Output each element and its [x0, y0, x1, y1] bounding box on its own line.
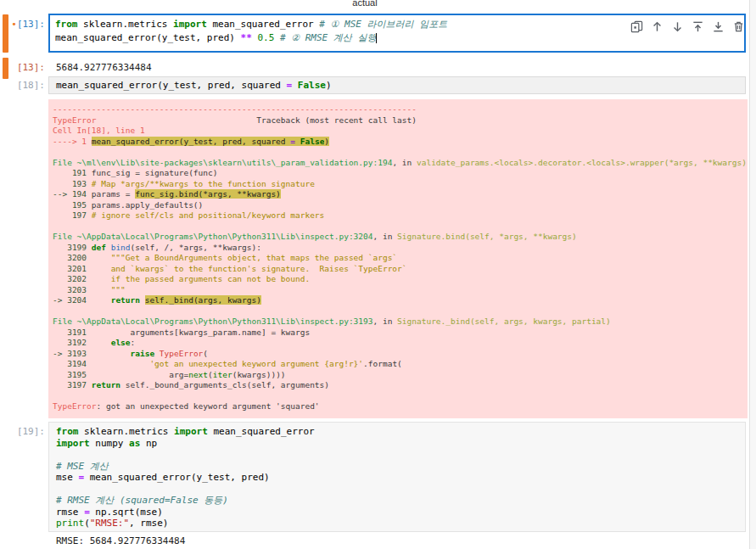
code-token: return — [92, 380, 126, 389]
code-token: 3195 — [53, 370, 92, 379]
code-token: # MSE 계산 — [56, 461, 109, 472]
code-token — [295, 137, 300, 146]
code-token: File ~\AppData\Local\Programs\Python\Pyt… — [53, 317, 373, 326]
code-token: # ② RMSE 계산 실행 — [280, 32, 376, 43]
code-line: File ~\ml\env\Lib\site-packages\sklearn\… — [53, 158, 743, 169]
code-token: 195 — [53, 200, 92, 210]
code-token: ( — [84, 518, 90, 529]
code-token: : — [131, 338, 136, 347]
input-prompt-19: [19]: — [0, 426, 45, 437]
code-token: , in — [373, 317, 398, 326]
code-token: 3192 — [53, 338, 92, 347]
code-token: ----> 1 — [53, 137, 87, 146]
output-prompt-13: [13]: — [0, 62, 45, 73]
code-token: def — [92, 243, 111, 252]
code-token: "RMSE:" — [90, 518, 129, 529]
code-line: File ~\AppData\Local\Programs\Python\Pyt… — [53, 232, 743, 243]
code-token: # Map *args/**kwargs to the function sig… — [92, 179, 315, 188]
code-token: (kwargs)))) — [232, 370, 286, 379]
code-token: from — [56, 426, 79, 437]
code-line: 3203 """ — [53, 285, 743, 296]
code-token: as — [129, 438, 140, 449]
code-token — [87, 137, 92, 146]
code-token: bind — [111, 243, 131, 252]
code-token: func_sig = signature(func) — [92, 168, 218, 177]
code-token: sklearn.metrics — [78, 19, 174, 30]
code-token: params.apply_defaults() — [92, 200, 204, 210]
code-token: if the passed arguments can not be bound… — [92, 274, 310, 283]
code-line: --> 194 params = func_sig.bind(*args, **… — [53, 189, 743, 200]
code-token: else — [111, 338, 131, 347]
code-token — [292, 80, 298, 91]
code-line: 3200 """Get a BoundArguments object, tha… — [53, 253, 743, 264]
code-token: numpy — [90, 438, 129, 449]
code-token: : got an unexpected keyword argument 'sq… — [96, 401, 319, 411]
vertical-scrollbar[interactable] — [749, 0, 756, 549]
code-token: self._bind(args, kwargs) — [145, 295, 261, 305]
code-token: Cell In[18], line 1 — [53, 126, 145, 135]
code-line: 3195 arg=next(iter(kwargs)))) — [53, 370, 743, 381]
code-line: -> 3204 return self._bind(args, kwargs) — [53, 295, 743, 306]
insert-cell-above-icon[interactable] — [692, 20, 704, 33]
code-token: from — [55, 19, 78, 30]
insert-cell-below-icon[interactable] — [712, 20, 725, 33]
code-token: 0.5 — [257, 32, 274, 43]
code-token: , in — [392, 158, 417, 167]
code-line: mse = mean_squared_error(y_test, pred) — [56, 472, 738, 484]
move-cell-down-icon[interactable] — [671, 20, 684, 33]
code-cell-18-editor[interactable]: mean_squared_error(y_test, pred, squared… — [48, 76, 746, 94]
code-token: TypeError — [53, 401, 96, 411]
code-line: 3197 return self._bound_arguments_cls(se… — [53, 380, 743, 391]
cell-toolbar — [630, 20, 745, 33]
code-line: 3199 def bind(self, /, *args, **kwargs): — [53, 243, 743, 254]
code-token: 193 — [53, 179, 92, 188]
code-line: ----> 1 mean_squared_error(y_test, pred,… — [53, 137, 743, 148]
code-line: -> 3193 raise TypeError( — [53, 349, 743, 360]
code-token: sklearn.metrics — [79, 426, 175, 437]
code-line: 3201 and `kwargs` to the function's sign… — [53, 264, 743, 275]
code-token: mse — [56, 472, 79, 483]
code-token: -> 3193 — [53, 349, 92, 358]
code-token — [92, 295, 111, 305]
code-token: 3197 — [53, 380, 92, 389]
code-token: mean_squared_error(y_test, pred, squared — [56, 80, 287, 91]
input-prompt-13-label: [13]: — [17, 19, 45, 30]
code-token: 3191 — [53, 328, 92, 337]
stdout-rmse: RMSE: 5684.927776334484 — [56, 535, 185, 546]
modified-bullet: • — [11, 19, 17, 30]
code-token: """Get a BoundArguments object, that map… — [92, 253, 397, 262]
text-cursor — [376, 33, 377, 43]
code-token: np — [140, 438, 157, 449]
code-token: # ignore self/cls and positional/keyword… — [92, 210, 325, 220]
code-token: 3199 — [53, 243, 92, 252]
code-line: 3191 arguments[kwargs_param.name] = kwar… — [53, 328, 743, 339]
code-token: import — [173, 19, 207, 30]
code-token: 197 — [53, 210, 92, 220]
code-token: arguments[kwargs_param.name] = kwargs — [92, 328, 310, 337]
code-token: ) — [324, 137, 329, 146]
code-token: iter — [213, 370, 232, 379]
code-line — [53, 221, 743, 232]
duplicate-cell-icon[interactable] — [630, 20, 643, 33]
code-token: .format( — [363, 359, 402, 368]
code-token — [92, 349, 131, 358]
code-line — [53, 147, 743, 158]
move-cell-up-icon[interactable] — [651, 20, 664, 33]
code-token: 3202 — [53, 274, 92, 283]
code-token: TypeError — [160, 349, 203, 358]
code-token: TypeError — [53, 115, 96, 125]
delete-cell-icon[interactable] — [732, 20, 745, 33]
code-line: mean_squared_error(y_test, pred, squared… — [56, 79, 738, 92]
code-line: TypeError Traceback (most recent call la… — [53, 115, 743, 126]
code-cell-19-editor[interactable]: from sklearn.metrics import mean_squared… — [48, 422, 746, 532]
code-token: 3200 — [53, 253, 92, 262]
code-token: File ~\ml\env\Lib\site-packages\sklearn\… — [53, 158, 392, 167]
code-line: 195 params.apply_defaults() — [53, 200, 743, 211]
code-token: ----------------------------------------… — [53, 104, 417, 114]
code-token: mean_squared_error(y_test, pred) — [84, 472, 270, 483]
code-line: ----------------------------------------… — [53, 104, 743, 115]
code-token: raise — [131, 349, 160, 358]
code-cell-13-editor[interactable]: from sklearn.metrics import mean_squared… — [48, 14, 746, 53]
input-prompt-18: [18]: — [0, 80, 45, 91]
input-prompt-13: •[13]: — [0, 19, 45, 30]
